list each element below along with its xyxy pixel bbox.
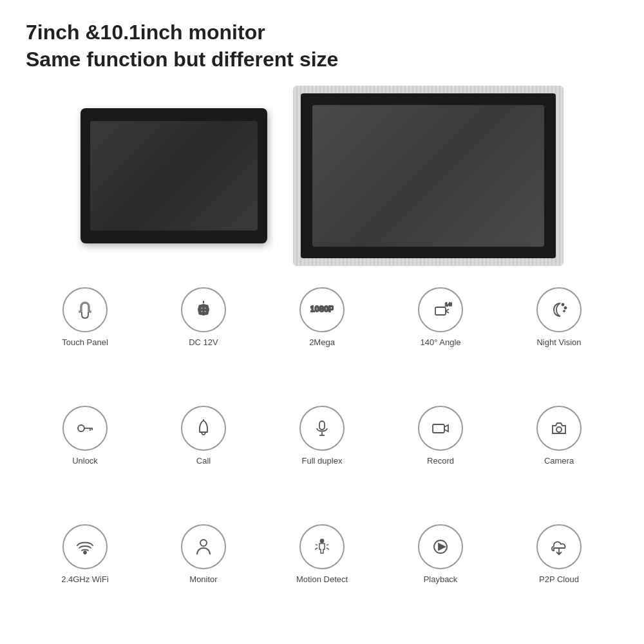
monitor-large-screen [312,105,544,247]
monitor-large-inner [301,93,556,258]
feature-item-monitor: Monitor [144,519,263,631]
feature-label-touch-panel: Touch Panel [62,337,108,347]
svg-point-30 [200,540,207,546]
dc-12v-icon [181,287,226,332]
feature-item-full-duplex: Full duplex [263,401,381,513]
p2p-cloud-icon [536,524,582,569]
svg-marker-37 [439,544,445,550]
svg-point-1 [199,305,202,308]
svg-rect-12 [435,307,446,315]
motion-detect-icon [299,524,345,569]
feature-item-playback: Playback [381,519,500,631]
feature-item-dc-12v: DC 12V [144,282,263,394]
record-icon [418,406,463,451]
svg-line-34 [327,544,328,545]
monitor-icon [181,524,226,569]
feature-label-unlock: Unlock [72,456,98,466]
feature-item-call: Call [144,401,263,513]
feature-item-unlock: Unlock [26,401,144,513]
140-angle-icon: 140° [418,287,463,332]
svg-point-31 [321,540,324,543]
monitors-section [26,86,618,266]
feature-item-touch-panel: Touch Panel [26,282,144,394]
svg-point-6 [205,308,208,311]
playback-icon [418,524,463,569]
svg-line-32 [316,544,317,545]
monitor-small [80,108,267,243]
svg-point-19 [78,425,84,431]
feature-label-motion-detect: Motion Detect [296,574,348,584]
svg-rect-24 [319,421,325,430]
header: 7inch &10.1inch monitor Same function bu… [26,19,618,73]
feature-label-playback: Playback [424,574,458,584]
svg-point-29 [84,551,86,554]
svg-point-2 [202,305,205,308]
svg-rect-27 [433,424,444,433]
svg-point-7 [199,312,202,314]
svg-text:1080P: 1080P [310,304,334,314]
feature-label-camera: Camera [544,456,574,466]
svg-point-5 [202,308,205,311]
svg-line-33 [315,548,317,549]
feature-item-p2p-cloud: P2P Cloud [500,519,618,631]
svg-point-16 [562,304,564,306]
svg-point-8 [202,312,205,314]
svg-point-28 [556,427,562,432]
feature-label-record: Record [427,456,454,466]
feature-label-2mega: 2Mega [309,337,335,347]
feature-label-dc-12v: DC 12V [189,337,218,347]
monitor-large [293,86,564,266]
svg-point-4 [199,308,202,311]
monitor-small-screen [90,121,258,231]
monitor-large-frame [293,86,564,266]
touch-panel-icon [62,287,108,332]
feature-item-2mega: 1080P2Mega [263,282,381,394]
feature-label-p2p-cloud: P2P Cloud [539,574,579,584]
svg-point-17 [565,307,567,309]
svg-point-18 [564,310,565,312]
feature-item-record: Record [381,401,500,513]
wifi-icon [62,524,108,569]
svg-line-35 [327,548,329,549]
svg-point-9 [205,312,208,314]
feature-label-wifi: 2.4GHz WiFi [61,574,109,584]
feature-item-140-angle: 140° 140° Angle [381,282,500,394]
feature-item-wifi: 2.4GHz WiFi [26,519,144,631]
feature-label-call: Call [196,456,211,466]
unlock-icon [62,406,108,451]
page: 7inch &10.1inch monitor Same function bu… [0,0,644,644]
features-grid: Touch Panel DC 12V1080P2Mega 140° 140° A… [26,282,618,631]
feature-item-night-vision: Night Vision [500,282,618,394]
svg-text:140°: 140° [445,301,452,307]
feature-label-140-angle: 140° Angle [420,337,460,347]
camera-icon [536,406,582,451]
feature-item-camera: Camera [500,401,618,513]
page-title: 7inch &10.1inch monitor Same function bu… [26,19,618,73]
call-icon [181,406,226,451]
night-vision-icon [536,287,582,332]
svg-point-3 [205,305,208,308]
full-duplex-icon [299,406,345,451]
feature-label-full-duplex: Full duplex [302,456,343,466]
feature-label-monitor: Monitor [189,574,217,584]
feature-label-night-vision: Night Vision [536,337,581,347]
feature-item-motion-detect: Motion Detect [263,519,381,631]
2mega-icon: 1080P [299,287,345,332]
